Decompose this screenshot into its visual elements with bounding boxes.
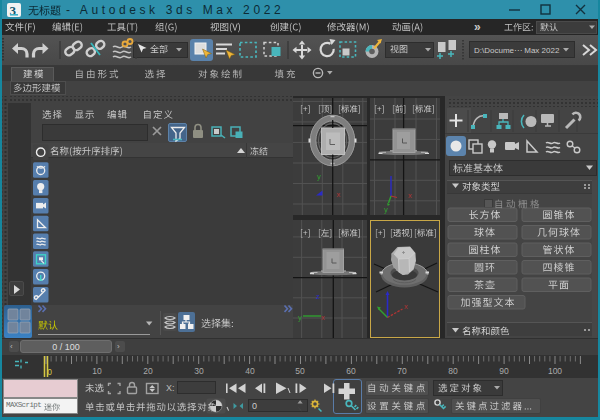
svg-text:90: 90	[499, 366, 509, 376]
svg-text:y: y	[298, 313, 302, 322]
svg-text:60: 60	[346, 366, 356, 376]
svg-text:x: x	[404, 302, 408, 311]
svg-text:y: y	[317, 172, 321, 181]
svg-text:30: 30	[194, 366, 204, 376]
svg-text:z: z	[316, 292, 320, 301]
svg-text:y: y	[384, 205, 388, 214]
svg-text:x: x	[321, 313, 325, 322]
svg-text:80: 80	[448, 366, 458, 376]
svg-text:70: 70	[397, 366, 407, 376]
svg-text:50: 50	[295, 366, 305, 376]
svg-text:20: 20	[143, 366, 153, 376]
svg-text:100: 100	[548, 366, 562, 376]
svg-text:40: 40	[245, 366, 255, 376]
svg-text:10: 10	[92, 366, 102, 376]
svg-text:x: x	[408, 191, 412, 200]
svg-text:x: x	[337, 190, 341, 199]
svg-text:0: 0	[47, 367, 52, 377]
